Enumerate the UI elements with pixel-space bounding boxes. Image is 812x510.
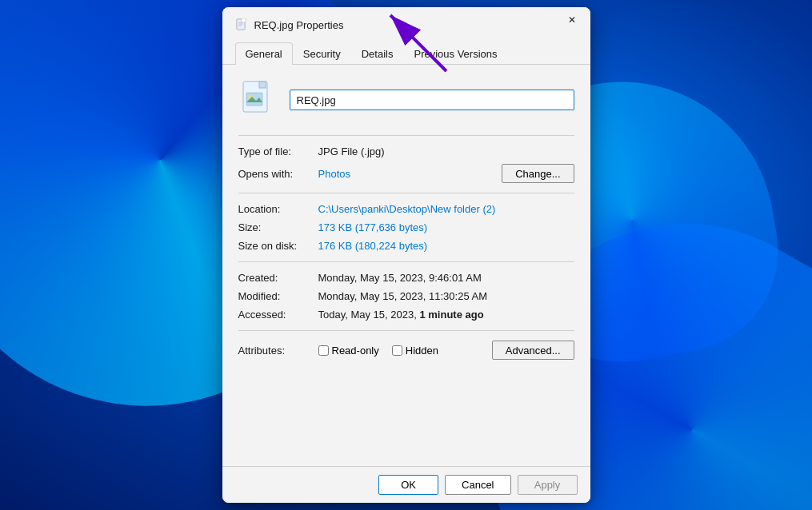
separator-2 xyxy=(238,261,574,262)
tab-general[interactable]: General xyxy=(235,42,293,65)
type-value: JPG File (.jpg) xyxy=(318,145,574,157)
accessed-row: Accessed: Today, May 15, 2023, 1 minute … xyxy=(238,309,574,321)
size-disk-label: Size on disk: xyxy=(238,240,318,252)
hidden-checkbox-label[interactable]: Hidden xyxy=(392,345,438,357)
created-label: Created: xyxy=(238,272,318,284)
modified-label: Modified: xyxy=(238,290,318,302)
tab-previous-versions[interactable]: Previous Versions xyxy=(403,42,507,65)
type-label: Type of file: xyxy=(238,145,318,157)
dates-section: Created: Monday, May 15, 2023, 9:46:01 A… xyxy=(238,272,574,321)
dialog-icon xyxy=(235,18,248,31)
dialog-content: Type of file: JPG File (.jpg) Opens with… xyxy=(222,65,590,466)
separator-3 xyxy=(238,330,574,331)
opens-value: Photos xyxy=(318,168,502,180)
accessed-value: Today, May 15, 2023, 1 minute ago xyxy=(318,309,574,321)
opens-label: Opens with: xyxy=(238,168,318,180)
accessed-label: Accessed: xyxy=(238,309,318,321)
ok-button[interactable]: OK xyxy=(378,475,438,495)
change-button[interactable]: Change... xyxy=(502,164,574,183)
size-disk-value: 176 KB (180,224 bytes) xyxy=(318,240,574,252)
hidden-checkbox[interactable] xyxy=(392,345,402,356)
created-row: Created: Monday, May 15, 2023, 9:46:01 A… xyxy=(238,272,574,284)
file-icon-container xyxy=(238,78,277,122)
file-name-input[interactable] xyxy=(290,90,574,110)
readonly-label: Read-only xyxy=(332,345,379,357)
location-label: Location: xyxy=(238,203,318,215)
title-bar: REQ.jpg Properties ✕ xyxy=(222,7,590,33)
dialog-title: REQ.jpg Properties xyxy=(254,19,554,31)
size-disk-row: Size on disk: 176 KB (180,224 bytes) xyxy=(238,240,574,252)
type-row: Type of file: JPG File (.jpg) xyxy=(238,145,574,157)
dialog-overlay: REQ.jpg Properties ✕ General Security De… xyxy=(0,0,812,510)
attributes-label: Attributes: xyxy=(238,345,318,357)
file-header xyxy=(238,78,574,122)
properties-dialog: REQ.jpg Properties ✕ General Security De… xyxy=(222,7,590,503)
file-dialog-icon xyxy=(235,18,248,31)
tab-details[interactable]: Details xyxy=(351,42,404,65)
location-row: Location: C:\Users\panki\Desktop\New fol… xyxy=(238,203,574,215)
created-value: Monday, May 15, 2023, 9:46:01 AM xyxy=(318,272,574,284)
location-value: C:\Users\panki\Desktop\New folder (2) xyxy=(318,203,574,215)
opens-with-row: Opens with: Photos Change... xyxy=(238,164,574,183)
location-section: Location: C:\Users\panki\Desktop\New fol… xyxy=(238,203,574,252)
size-value: 173 KB (177,636 bytes) xyxy=(318,221,574,233)
modified-row: Modified: Monday, May 15, 2023, 11:30:25… xyxy=(238,290,574,302)
close-button[interactable]: ✕ xyxy=(554,7,590,33)
dialog-footer: OK Cancel Apply xyxy=(222,466,590,503)
separator-1 xyxy=(238,193,574,193)
attributes-row: Attributes: Read-only Hidden Advanced... xyxy=(238,341,574,360)
svg-rect-8 xyxy=(259,82,266,88)
modified-value: Monday, May 15, 2023, 11:30:25 AM xyxy=(318,290,574,302)
hidden-label: Hidden xyxy=(406,345,438,357)
tab-bar: General Security Details Previous Versio… xyxy=(222,39,590,65)
readonly-checkbox-label[interactable]: Read-only xyxy=(318,345,379,357)
type-section: Type of file: JPG File (.jpg) Opens with… xyxy=(238,135,574,183)
file-type-icon xyxy=(242,80,274,120)
tab-security[interactable]: Security xyxy=(293,42,351,65)
apply-button[interactable]: Apply xyxy=(518,475,578,495)
size-label: Size: xyxy=(238,221,318,233)
advanced-button[interactable]: Advanced... xyxy=(492,341,574,360)
cancel-button[interactable]: Cancel xyxy=(445,475,510,495)
readonly-checkbox[interactable] xyxy=(318,345,329,356)
size-row: Size: 173 KB (177,636 bytes) xyxy=(238,221,574,233)
svg-rect-6 xyxy=(242,18,246,22)
